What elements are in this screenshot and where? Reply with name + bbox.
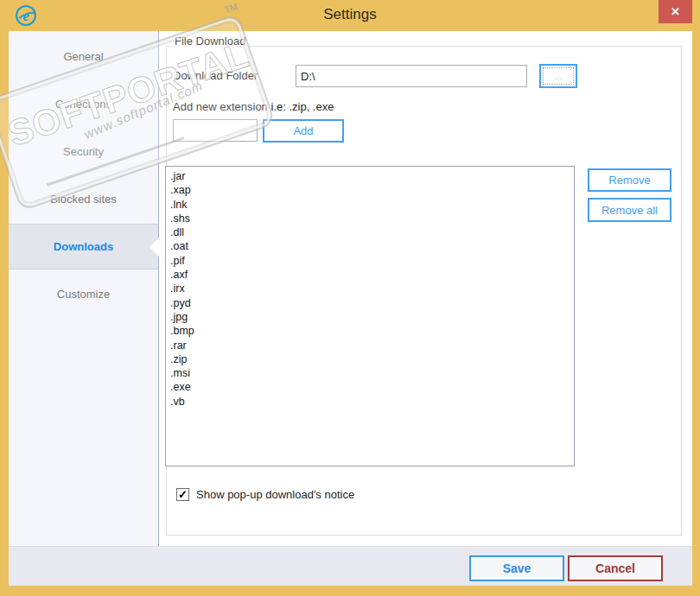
- save-button[interactable]: Save: [469, 555, 564, 581]
- popup-notice-row[interactable]: ✓ Show pop-up download's notice: [176, 488, 354, 501]
- add-extension-hint: Add new extension i.e: .zip, .exe: [173, 98, 334, 116]
- list-item[interactable]: .vb: [166, 395, 574, 409]
- add-button[interactable]: Add: [263, 119, 344, 143]
- window-title: Settings: [0, 0, 700, 31]
- sidebar-item-customize[interactable]: Customize: [9, 271, 158, 317]
- extensions-list[interactable]: .jar.xap.lnk.shs.dll.oat.pif.axf.irx.pyd…: [165, 166, 575, 466]
- dialog-body: GeneralConectionsSecurityBlocked sitesDo…: [9, 31, 692, 546]
- main-panel: File Download Download Folder ... Add ne…: [159, 31, 692, 546]
- remove-button[interactable]: Remove: [588, 168, 671, 192]
- sidebar-item-security[interactable]: Security: [9, 129, 158, 174]
- footer-bar: Save Cancel: [9, 546, 692, 586]
- close-button[interactable]: ✕: [659, 0, 692, 23]
- list-item[interactable]: .jar: [166, 169, 574, 183]
- list-item[interactable]: .pyd: [166, 296, 574, 310]
- list-item[interactable]: .bmp: [166, 324, 574, 338]
- close-icon: ✕: [671, 6, 680, 17]
- focus-rect: [543, 67, 574, 85]
- popup-notice-label: Show pop-up download's notice: [196, 488, 354, 501]
- sidebar-item-blocked-sites[interactable]: Blocked sites: [9, 176, 158, 222]
- sidebar-item-label: Blocked sites: [50, 193, 117, 206]
- list-item[interactable]: .shs: [166, 212, 574, 225]
- sidebar-item-conections[interactable]: Conections: [9, 81, 158, 127]
- sidebar-item-label: Security: [63, 145, 104, 158]
- sidebar-item-label: General: [63, 50, 103, 63]
- sidebar-item-general[interactable]: General: [9, 34, 158, 79]
- cancel-button[interactable]: Cancel: [568, 555, 663, 581]
- download-folder-label: Download Folder: [173, 65, 258, 87]
- new-extension-input[interactable]: [173, 119, 258, 142]
- group-label: File Download: [171, 35, 249, 48]
- sidebar: GeneralConectionsSecurityBlocked sitesDo…: [9, 31, 159, 546]
- list-item[interactable]: .irx: [166, 282, 574, 295]
- settings-window: e Settings ✕ GeneralConectionsSecurityBl…: [0, 0, 700, 596]
- list-item[interactable]: .xap: [166, 183, 574, 197]
- popup-notice-checkbox[interactable]: ✓: [176, 488, 189, 501]
- selected-notch: [150, 238, 159, 257]
- list-item[interactable]: .dll: [166, 225, 574, 239]
- list-item[interactable]: .lnk: [166, 198, 574, 212]
- list-item[interactable]: .jpg: [166, 310, 574, 324]
- sidebar-item-label: Downloads: [54, 240, 113, 253]
- sidebar-item-downloads[interactable]: Downloads: [9, 224, 158, 269]
- list-item[interactable]: .zip: [166, 352, 574, 366]
- sidebar-item-label: Conections: [55, 98, 111, 111]
- list-item[interactable]: .rar: [166, 339, 574, 352]
- titlebar: e Settings ✕: [0, 0, 700, 31]
- list-item[interactable]: .axf: [166, 268, 574, 282]
- download-folder-input[interactable]: [296, 65, 527, 87]
- list-item[interactable]: .msi: [166, 366, 574, 380]
- remove-all-button[interactable]: Remove all: [588, 198, 671, 222]
- browse-button[interactable]: ...: [539, 64, 577, 88]
- list-item[interactable]: .exe: [166, 380, 574, 394]
- list-item[interactable]: .pif: [166, 254, 574, 268]
- sidebar-item-label: Customize: [57, 288, 110, 301]
- list-item[interactable]: .oat: [166, 239, 574, 253]
